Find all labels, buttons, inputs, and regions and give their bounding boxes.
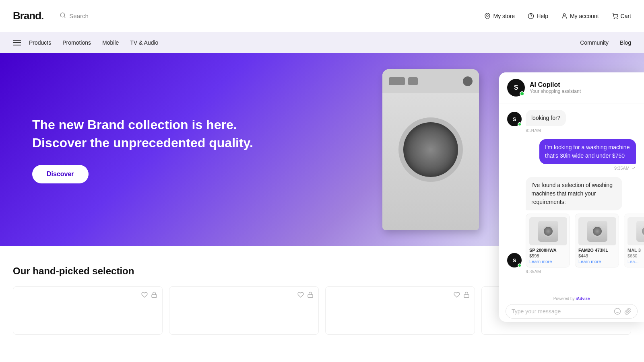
bot-bubble-1: looking for? — [526, 110, 566, 126]
search-icon — [60, 12, 66, 20]
mini-product-price-3: $630 — [627, 253, 644, 258]
copilot-panel: S AI Copilot Your shopping assistant S l… — [499, 72, 644, 322]
lock-icon[interactable] — [151, 292, 157, 298]
mini-product-img-3 — [627, 217, 644, 245]
bot-msg-row-1: S looking for? — [507, 110, 636, 126]
lock-icon-2[interactable] — [307, 292, 314, 298]
main-navbar: Products Promotions Mobile TV & Audio Co… — [0, 32, 644, 53]
mini-product-2[interactable]: FAM2O 473KL $449 Learn more — [575, 214, 619, 267]
chat-input[interactable] — [512, 308, 611, 315]
nav-community[interactable]: Community — [580, 39, 609, 46]
svg-point-0 — [60, 13, 65, 17]
nav-tv-audio[interactable]: TV & Audio — [130, 39, 158, 46]
svg-rect-9 — [308, 294, 313, 297]
hamburger-menu[interactable] — [13, 40, 21, 45]
copilot-header-text: AI Copilot Your shopping assistant — [530, 81, 581, 94]
attach-icon[interactable] — [624, 308, 632, 315]
msg-time-3: 9:35AM — [507, 269, 636, 274]
mini-product-img-2 — [578, 217, 616, 245]
chat-action-icons — [614, 308, 632, 315]
search-bar[interactable]: Search — [60, 12, 89, 20]
help-nav[interactable]: Help — [528, 13, 548, 19]
site-header: Brand. Search My store Help My account C… — [0, 0, 644, 32]
hero-title: The new Brand collection is here. Discov… — [32, 116, 253, 152]
copilot-subtitle: Your shopping assistant — [530, 88, 581, 94]
copilot-name: AI Copilot — [530, 81, 581, 88]
user-icon — [561, 13, 568, 19]
powered-by-label: Powered by iAdvize — [506, 296, 638, 301]
mini-product-price-2: $449 — [578, 253, 615, 258]
nav-right-links: Community Blog — [580, 39, 631, 46]
wishlist-icon-3[interactable] — [454, 292, 460, 298]
nav-blog[interactable]: Blog — [620, 39, 631, 46]
mini-product-img-1 — [529, 217, 567, 245]
message-row-3: S I've found a selection of washing mach… — [507, 177, 636, 274]
mini-product-name-1: SP 2000HWA — [529, 248, 566, 253]
bot-avatar-1: S — [507, 112, 522, 126]
svg-point-2 — [487, 14, 488, 16]
bot-msg-row-3: S I've found a selection of washing mach… — [507, 177, 636, 267]
svg-point-12 — [615, 309, 621, 315]
my-store-nav[interactable]: My store — [484, 13, 515, 19]
chat-input-row — [506, 304, 638, 319]
mini-product-link-1[interactable]: Learn more — [529, 259, 566, 264]
bot-online-dot-1 — [518, 122, 522, 126]
user-msg-row-2: I'm looking for a washing machine that's… — [507, 139, 636, 164]
svg-point-6 — [614, 18, 614, 19]
lock-icon-3[interactable] — [463, 292, 470, 298]
mini-product-link-2[interactable]: Learn more — [578, 259, 615, 264]
message-row-2: I'm looking for a washing machine that's… — [507, 139, 636, 171]
svg-point-7 — [617, 18, 617, 19]
product-card-2[interactable] — [169, 286, 319, 335]
nav-products[interactable]: Products — [29, 39, 51, 46]
mini-product-name-2: FAM2O 473KL — [578, 248, 615, 253]
msg-time-1: 9:34AM — [507, 128, 636, 133]
copilot-header: S AI Copilot Your shopping assistant — [499, 72, 644, 103]
svg-line-1 — [64, 16, 65, 18]
emoji-icon[interactable] — [614, 308, 621, 315]
brand-logo[interactable]: Brand. — [13, 10, 43, 22]
header-nav: My store Help My account Cart — [484, 13, 631, 19]
mini-product-link-3[interactable]: Lea... — [627, 259, 644, 264]
svg-point-5 — [563, 14, 565, 16]
bot-avatar-3: S — [507, 253, 522, 267]
copilot-footer: Powered by iAdvize — [499, 293, 644, 322]
hero-washing-machine — [370, 53, 491, 246]
cart-icon — [612, 13, 618, 19]
copilot-messages: S looking for? 9:34AM I'm looking for a … — [499, 103, 644, 293]
my-account-nav[interactable]: My account — [561, 13, 599, 19]
cart-nav[interactable]: Cart — [612, 13, 631, 19]
nav-mobile[interactable]: Mobile — [102, 39, 119, 46]
mini-product-price-1: $598 — [529, 253, 566, 258]
location-icon — [484, 13, 491, 19]
nav-links: Products Promotions Mobile TV & Audio — [29, 39, 158, 46]
product-results-row: SP 2000HWA $598 Learn more FAM2O 473KL $… — [526, 214, 644, 267]
bot-bubble-3: I've found a selection of washing machin… — [526, 177, 622, 210]
message-row-1: S looking for? 9:34AM — [507, 110, 636, 133]
user-bubble-2: I'm looking for a washing machine that's… — [539, 139, 636, 164]
delivered-icon — [631, 166, 636, 171]
msg-time-2: 9:35AM — [507, 166, 636, 171]
card-icons-3 — [454, 292, 470, 298]
wishlist-icon-2[interactable] — [297, 292, 304, 298]
copilot-avatar: S — [507, 79, 525, 97]
discover-button[interactable]: Discover — [32, 165, 89, 183]
card-icons-2 — [297, 292, 314, 298]
nav-promotions[interactable]: Promotions — [62, 39, 91, 46]
card-icons — [141, 292, 157, 298]
mini-product-3[interactable]: MAL 3 $630 Lea... — [624, 214, 644, 267]
question-icon — [528, 13, 534, 19]
mini-product-name-3: MAL 3 — [627, 248, 644, 253]
wishlist-icon[interactable] — [141, 292, 148, 298]
search-label: Search — [69, 12, 89, 19]
copilot-online-dot — [520, 91, 524, 96]
washing-machine-image — [382, 69, 479, 230]
product-card-1[interactable] — [13, 286, 163, 335]
mini-product-1[interactable]: SP 2000HWA $598 Learn more — [526, 214, 570, 267]
product-card-3[interactable] — [325, 286, 475, 335]
hero-content: The new Brand collection is here. Discov… — [0, 116, 285, 183]
svg-rect-10 — [464, 294, 469, 297]
bot-online-dot-3 — [518, 263, 522, 267]
svg-rect-8 — [152, 294, 157, 297]
